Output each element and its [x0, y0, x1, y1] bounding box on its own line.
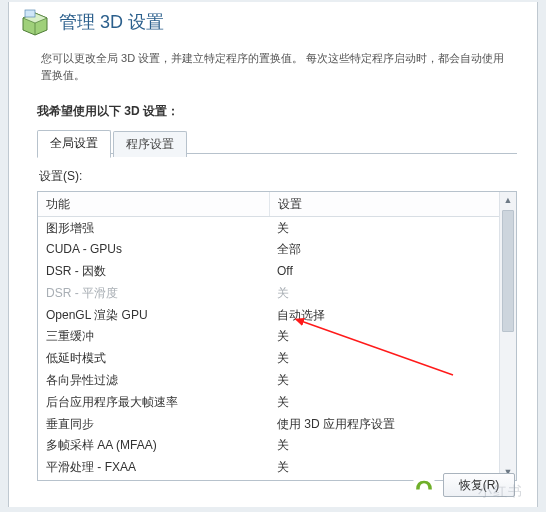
feature-cell: 三重缓冲 [38, 326, 269, 348]
column-feature[interactable]: 功能 [38, 192, 269, 217]
feature-cell: DSR - 平滑度 [38, 282, 269, 304]
feature-cell: OpenGL 渲染 GPU [38, 304, 269, 326]
feature-cell: CUDA - GPUs [38, 239, 269, 261]
svg-rect-5 [414, 478, 435, 492]
table-row[interactable]: 垂直同步使用 3D 应用程序设置 [38, 413, 500, 435]
table-row[interactable]: 三重缓冲关 [38, 326, 500, 348]
tab-bar: 全局设置 程序设置 [37, 130, 517, 154]
setting-cell[interactable]: 关 [269, 217, 500, 239]
feature-cell: 图形增强 [38, 217, 269, 239]
manage-3d-icon [19, 8, 51, 36]
subsection-label: 我希望使用以下 3D 设置： [9, 93, 537, 130]
table-row[interactable]: 各向异性过滤关 [38, 370, 500, 392]
settings-label: 设置(S): [39, 168, 517, 185]
panel-description: 您可以更改全局 3D 设置，并建立特定程序的置换值。 每次这些特定程序启动时，都… [9, 38, 537, 93]
setting-cell[interactable]: 关 [269, 326, 500, 348]
setting-cell[interactable]: 关 [269, 348, 500, 370]
vertical-scrollbar[interactable]: ▲ ▼ [499, 192, 516, 480]
setting-cell[interactable]: Off [269, 261, 500, 283]
setting-cell[interactable]: 关 [269, 282, 500, 304]
tab-global-settings[interactable]: 全局设置 [37, 130, 111, 158]
setting-cell[interactable]: 自动选择 [269, 304, 500, 326]
feature-cell: 垂直同步 [38, 413, 269, 435]
feature-cell: 低延时模式 [38, 348, 269, 370]
panel-title: 管理 3D 设置 [59, 10, 164, 34]
feature-cell: 平滑处理 - FXAA [38, 457, 269, 479]
feature-cell: DSR - 因数 [38, 261, 269, 283]
table-row[interactable]: OpenGL 渲染 GPU自动选择 [38, 304, 500, 326]
feature-cell: 各向异性过滤 [38, 370, 269, 392]
scroll-thumb[interactable] [502, 210, 514, 332]
nvidia-logo-icon [413, 478, 435, 492]
setting-cell[interactable]: 关 [269, 370, 500, 392]
table-row[interactable]: 后台应用程序最大帧速率关 [38, 391, 500, 413]
table-row[interactable]: 图形增强关 [38, 217, 500, 239]
table-row[interactable]: DSR - 平滑度关 [38, 282, 500, 304]
column-setting[interactable]: 设置 [269, 192, 500, 217]
settings-table-container: 功能 设置 图形增强关CUDA - GPUs全部DSR - 因数OffDSR -… [37, 191, 517, 481]
setting-cell[interactable]: 关 [269, 435, 500, 457]
scroll-up-arrow[interactable]: ▲ [500, 192, 516, 208]
table-row[interactable]: CUDA - GPUs全部 [38, 239, 500, 261]
feature-cell: 平滑处理 - 模式 [38, 479, 269, 480]
table-row[interactable]: DSR - 因数Off [38, 261, 500, 283]
settings-panel: 管理 3D 设置 您可以更改全局 3D 设置，并建立特定程序的置换值。 每次这些… [8, 2, 538, 507]
tab-program-settings[interactable]: 程序设置 [113, 131, 187, 157]
footer: 恢复(R) [413, 473, 515, 497]
restore-button[interactable]: 恢复(R) [443, 473, 515, 497]
setting-cell[interactable]: 使用 3D 应用程序设置 [269, 413, 500, 435]
feature-cell: 后台应用程序最大帧速率 [38, 391, 269, 413]
svg-rect-3 [25, 10, 35, 17]
setting-cell[interactable]: 全部 [269, 239, 500, 261]
settings-table: 功能 设置 图形增强关CUDA - GPUs全部DSR - 因数OffDSR -… [38, 192, 500, 480]
table-row[interactable]: 低延时模式关 [38, 348, 500, 370]
panel-header: 管理 3D 设置 [9, 2, 537, 38]
feature-cell: 多帧采样 AA (MFAA) [38, 435, 269, 457]
table-row[interactable]: 多帧采样 AA (MFAA)关 [38, 435, 500, 457]
setting-cell[interactable]: 关 [269, 391, 500, 413]
